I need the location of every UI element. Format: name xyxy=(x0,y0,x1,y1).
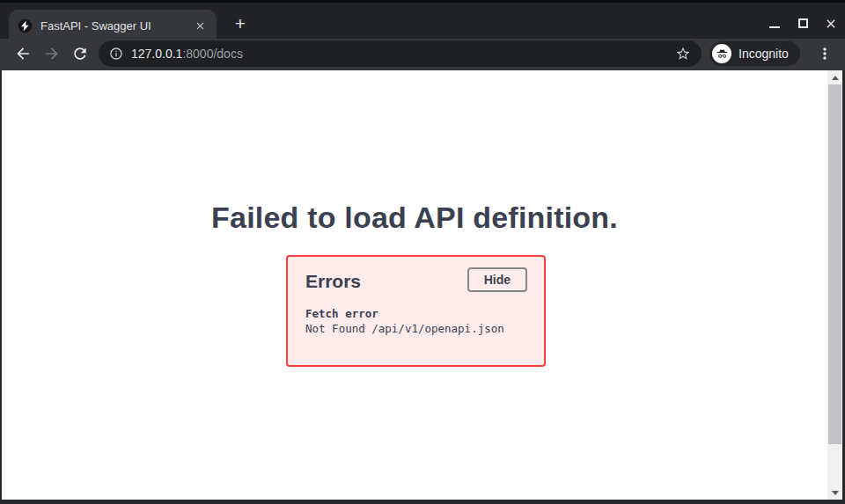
minimize-button[interactable] xyxy=(768,17,782,31)
incognito-badge: Incognito xyxy=(709,41,800,66)
back-button[interactable] xyxy=(14,45,32,62)
scroll-up-button[interactable] xyxy=(827,70,842,84)
error-title: Fetch error xyxy=(305,307,504,322)
browser-tab[interactable]: FastAPI - Swagger UI xyxy=(9,10,217,41)
bookmark-star-icon[interactable] xyxy=(675,46,691,62)
address-bar[interactable]: 127.0.0.1:8000/docs xyxy=(99,40,702,67)
error-item: Fetch error Not Found /api/v1/openapi.js… xyxy=(305,307,504,336)
browser-menu-button[interactable] xyxy=(816,45,834,62)
url-host: 127.0.0.1 xyxy=(131,47,182,61)
close-icon xyxy=(824,17,838,31)
tab-close-icon[interactable] xyxy=(192,18,208,33)
reload-button[interactable] xyxy=(71,45,89,62)
new-tab-button[interactable]: + xyxy=(229,13,252,36)
tab-title: FastAPI - Swagger UI xyxy=(40,19,192,33)
page-content: Failed to load API definition. Errors Hi… xyxy=(2,70,842,500)
back-arrow-icon xyxy=(14,45,32,62)
tab-bar: FastAPI - Swagger UI + xyxy=(0,0,845,39)
minimize-icon xyxy=(769,26,780,28)
site-info-icon[interactable] xyxy=(109,47,123,61)
browser-window: { "window": { "new_tab_label": "+" }, "t… xyxy=(0,0,845,504)
scroll-down-icon xyxy=(832,491,839,495)
scrollbar-thumb[interactable] xyxy=(828,84,841,444)
maximize-icon xyxy=(798,18,808,28)
maximize-button[interactable] xyxy=(796,17,810,31)
three-dot-menu-icon xyxy=(816,45,834,62)
incognito-label: Incognito xyxy=(738,47,789,61)
forward-button[interactable] xyxy=(43,45,61,62)
reload-icon xyxy=(71,45,89,62)
close-window-button[interactable] xyxy=(824,17,838,31)
forward-arrow-icon xyxy=(43,45,61,62)
fastapi-favicon-icon xyxy=(18,18,33,33)
vertical-scrollbar[interactable] xyxy=(827,70,842,500)
errors-panel: Errors Hide Fetch error Not Found /api/v… xyxy=(286,255,546,367)
url-path: :8000/docs xyxy=(182,47,243,61)
scroll-down-button[interactable] xyxy=(827,486,842,500)
window-controls xyxy=(768,5,838,41)
hide-errors-button[interactable]: Hide xyxy=(467,267,527,292)
page-title: Failed to load API definition. xyxy=(2,201,827,235)
url-text: 127.0.0.1:8000/docs xyxy=(131,47,243,61)
incognito-icon xyxy=(712,44,731,63)
scroll-up-icon xyxy=(832,76,839,80)
error-message: Not Found /api/v1/openapi.json xyxy=(305,322,504,337)
